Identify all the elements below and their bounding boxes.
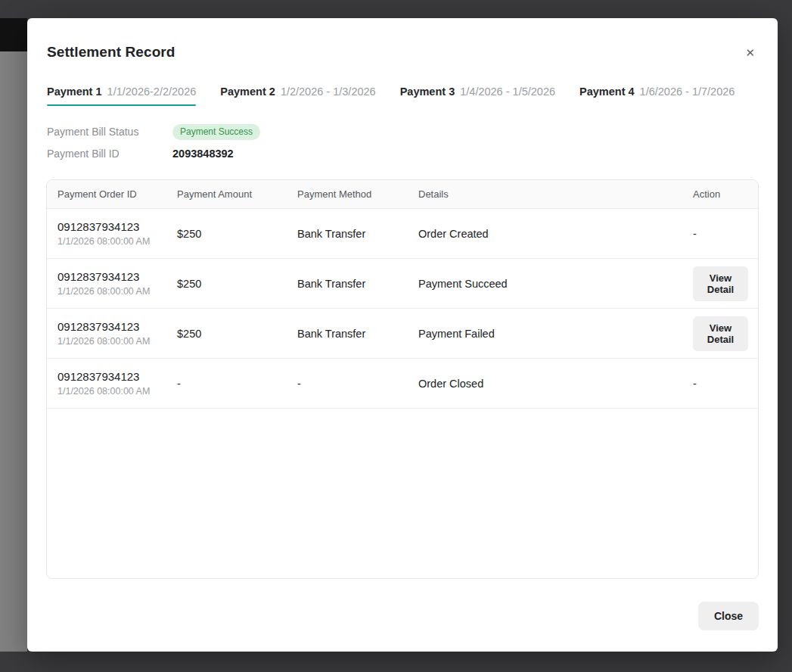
tab-date-range: 1/4/2026 - 1/5/2026 xyxy=(460,86,555,98)
close-icon[interactable]: ✕ xyxy=(744,45,756,60)
tab-payment-1[interactable]: Payment 1 1/1/2026-2/2/2026 xyxy=(47,86,196,106)
order-id-cell: 0912837934123 1/1/2026 08:00:00 AM xyxy=(57,220,177,247)
modal-footer: Close xyxy=(27,579,778,630)
payment-orders-table: Payment Order ID Payment Amount Payment … xyxy=(46,179,759,579)
column-header-method: Payment Method xyxy=(297,188,418,200)
column-header-amount: Payment Amount xyxy=(177,188,297,200)
table-row: 0912837934123 1/1/2026 08:00:00 AM $250 … xyxy=(47,309,758,359)
tab-date-range: 1/2/2026 - 1/3/2026 xyxy=(281,86,376,98)
tab-label: Payment 3 xyxy=(400,86,455,98)
table-header-row: Payment Order ID Payment Amount Payment … xyxy=(47,180,758,209)
column-header-action: Action xyxy=(693,188,748,200)
view-detail-button[interactable]: View Detail xyxy=(693,316,748,351)
background-page-fragment xyxy=(0,51,27,652)
action-cell: - xyxy=(693,228,748,240)
order-timestamp: 1/1/2026 08:00:00 AM xyxy=(57,236,177,247)
status-badge: Payment Success xyxy=(172,124,260,140)
details-cell: Payment Succeed xyxy=(418,278,693,290)
bill-status-label: Payment Bill Status xyxy=(47,126,172,138)
tab-payment-2[interactable]: Payment 2 1/2/2026 - 1/3/2026 xyxy=(220,86,375,106)
view-detail-button[interactable]: View Detail xyxy=(693,266,748,301)
bill-status-row: Payment Bill Status Payment Success xyxy=(47,123,758,141)
order-id-cell: 0912837934123 1/1/2026 08:00:00 AM xyxy=(57,270,177,297)
bill-id-label: Payment Bill ID xyxy=(47,148,172,160)
close-button[interactable]: Close xyxy=(698,602,759,630)
method-cell: Bank Transfer xyxy=(297,328,418,340)
details-cell: Order Closed xyxy=(418,378,693,390)
order-timestamp: 1/1/2026 08:00:00 AM xyxy=(57,336,177,347)
action-cell: - xyxy=(693,378,748,390)
bill-info: Payment Bill Status Payment Success Paym… xyxy=(27,123,778,163)
method-cell: - xyxy=(297,378,418,390)
tab-label: Payment 1 xyxy=(47,86,102,98)
order-timestamp: 1/1/2026 08:00:00 AM xyxy=(57,286,177,297)
order-id-cell: 0912837934123 1/1/2026 08:00:00 AM xyxy=(57,370,177,397)
amount-cell: $250 xyxy=(177,278,297,290)
settlement-record-modal: Settlement Record ✕ Payment 1 1/1/2026-2… xyxy=(27,18,778,652)
tab-payment-3[interactable]: Payment 3 1/4/2026 - 1/5/2026 xyxy=(400,86,555,106)
order-id: 0912837934123 xyxy=(57,220,177,233)
table-row: 0912837934123 1/1/2026 08:00:00 AM $250 … xyxy=(47,259,758,309)
order-id: 0912837934123 xyxy=(57,270,177,283)
amount-cell: $250 xyxy=(177,228,297,240)
table-row: 0912837934123 1/1/2026 08:00:00 AM - - O… xyxy=(47,359,758,409)
modal-title: Settlement Record xyxy=(47,44,175,61)
action-empty: - xyxy=(693,378,697,390)
bill-id-value: 2093848392 xyxy=(172,148,234,160)
action-empty: - xyxy=(693,228,697,240)
order-id: 0912837934123 xyxy=(57,370,177,383)
tab-date-range: 1/1/2026-2/2/2026 xyxy=(107,86,197,98)
tab-label: Payment 4 xyxy=(579,86,635,98)
background-navbar-fragment xyxy=(0,18,27,51)
amount-cell: - xyxy=(177,378,297,390)
payment-tabs: Payment 1 1/1/2026-2/2/2026 Payment 2 1/… xyxy=(27,86,778,106)
details-cell: Payment Failed xyxy=(418,328,693,340)
method-cell: Bank Transfer xyxy=(297,278,418,290)
order-id: 0912837934123 xyxy=(57,320,177,333)
column-header-order-id: Payment Order ID xyxy=(57,188,177,200)
tab-payment-4[interactable]: Payment 4 1/6/2026 - 1/7/2026 xyxy=(579,86,735,106)
modal-header: Settlement Record ✕ xyxy=(27,18,778,61)
details-cell: Order Created xyxy=(418,228,693,240)
action-cell: View Detail xyxy=(693,266,748,301)
action-cell: View Detail xyxy=(693,316,748,351)
table-row: 0912837934123 1/1/2026 08:00:00 AM $250 … xyxy=(47,209,758,259)
amount-cell: $250 xyxy=(177,328,297,340)
bill-id-row: Payment Bill ID 2093848392 xyxy=(47,145,758,163)
method-cell: Bank Transfer xyxy=(297,228,418,240)
order-id-cell: 0912837934123 1/1/2026 08:00:00 AM xyxy=(57,320,177,347)
column-header-details: Details xyxy=(418,188,693,200)
tab-label: Payment 2 xyxy=(220,86,275,98)
tab-date-range: 1/6/2026 - 1/7/2026 xyxy=(640,86,735,98)
order-timestamp: 1/1/2026 08:00:00 AM xyxy=(57,386,177,397)
